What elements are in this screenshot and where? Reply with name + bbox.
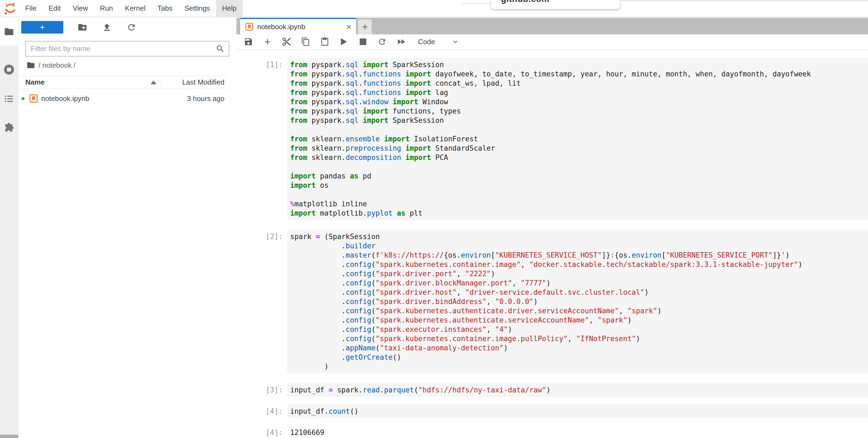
save-icon [244,37,253,47]
restart-run-all-button[interactable] [396,37,406,47]
save-button[interactable] [244,37,253,47]
folder-icon [4,27,14,37]
stop-icon [360,38,366,45]
output-area: 12106669 [287,426,868,438]
new-tab-button[interactable]: + [358,19,372,34]
file-browser-panel: + / notebook / Name [18,18,237,435]
breadcrumb-path: / notebook / [38,61,75,69]
menu-items: FileEditViewRunKernelTabsSettingsHelp [19,0,243,17]
file-list-header: Name Last Modified [18,76,229,89]
dock-tab-bar: notebook.ipynb × + [237,18,868,34]
popup-url-text: github.com [501,0,549,4]
input-prompt: [2]: [237,230,287,241]
add-cell-button[interactable]: + [262,37,272,47]
activity-bar [0,18,18,438]
new-folder-button[interactable] [77,22,88,33]
notebook-content: [1]:from pyspark.sql import SparkSession… [237,50,868,438]
statusbar-stub [0,435,18,438]
file-modified: 3 hours ago [187,94,229,103]
table-of-contents-icon [4,94,14,104]
code-cell-3: [4]:input_df.count() [237,404,868,418]
code-editor[interactable]: input_df.count() [287,404,868,418]
menu-item-run[interactable]: Run [94,0,119,17]
paste-cells-button[interactable] [320,37,330,47]
code-cell-1: [2]:spark = (SparkSession .builder .mast… [237,230,868,373]
paste-icon [320,37,330,47]
browser-edge-line-2 [461,3,492,4]
code-cell-2: [3]:input_df = spark.read.parquet("hdfs:… [237,383,868,397]
run-cell-button[interactable] [339,37,349,47]
breadcrumb[interactable]: / notebook / [27,61,75,69]
refresh-icon [127,22,136,32]
menu-item-view[interactable]: View [67,0,94,17]
home-folder-icon [27,61,35,69]
copy-cells-button[interactable] [301,37,311,47]
extension-puzzle-icon [4,122,14,133]
upload-icon [102,22,112,32]
sidebar-tab-extensions[interactable] [4,122,14,133]
chevron-down-icon[interactable] [451,38,460,46]
filter-files-input[interactable] [26,45,216,53]
interrupt-kernel-button[interactable] [358,37,368,47]
restart-kernel-button[interactable] [377,37,387,47]
upload-button[interactable] [101,22,112,33]
input-prompt: [1]: [237,58,287,69]
notebook-cells: [1]:from pyspark.sql import SparkSession… [237,58,868,438]
notebook-toolbar: + Code [237,34,868,50]
input-prompt: [3]: [237,383,287,395]
notebook-file-icon [29,94,38,103]
filter-files-box [25,41,229,57]
column-header-modified[interactable]: Last Modified [161,78,229,87]
jupyter-logo-icon [4,2,17,15]
new-folder-icon [78,22,87,32]
cut-cells-button[interactable] [282,37,291,47]
output-prompt: [4]: [237,426,287,437]
restart-icon [377,37,387,47]
sidebar-tab-toc[interactable] [4,94,14,104]
refresh-button[interactable] [126,22,137,33]
run-icon [341,38,347,45]
code-editor[interactable]: from pyspark.sql import SparkSessionfrom… [287,58,868,220]
browser-url-popup: github.com [491,0,620,9]
main-dock-panel: notebook.ipynb × + + [237,18,868,438]
new-launcher-button[interactable]: + [21,21,63,34]
menu-item-tabs[interactable]: Tabs [151,0,178,17]
menu-item-edit[interactable]: Edit [42,0,67,17]
sidebar-tab-running[interactable] [3,64,15,76]
menu-item-file[interactable]: File [19,0,42,17]
menu-item-kernel[interactable]: Kernel [119,0,151,17]
kernel-running-dot [22,97,25,100]
tab-close-icon[interactable]: × [346,23,351,31]
fast-forward-icon [396,37,406,47]
file-browser-toolbar: + [21,21,137,34]
cut-icon [282,37,291,47]
column-name-label: Name [25,78,45,87]
notebook-tab-icon [245,23,253,31]
running-kernels-icon [3,64,15,76]
menu-bar: FileEditViewRunKernelTabsSettingsHelp [0,0,868,17]
code-editor[interactable]: spark = (SparkSession .builder .master(f… [287,230,868,373]
column-header-name[interactable]: Name [18,76,161,88]
search-icon [216,44,225,54]
tab-notebook[interactable]: notebook.ipynb × [240,18,356,34]
code-editor[interactable]: input_df = spark.read.parquet("hdfs://hd… [287,383,868,397]
sort-ascending-icon [151,81,157,84]
menu-item-settings[interactable]: Settings [178,0,216,17]
code-cell-0: [1]:from pyspark.sql import SparkSession… [237,58,868,220]
input-prompt: [4]: [237,404,287,416]
sidebar-tab-filebrowser[interactable] [0,18,18,46]
cell-type-dropdown[interactable]: Code [418,38,435,46]
file-list-item[interactable]: notebook.ipynb 3 hours ago [18,92,229,105]
menu-item-help[interactable]: Help [216,0,242,17]
tab-label: notebook.ipynb [257,23,305,31]
copy-icon [301,37,310,47]
output-cell-4: [4]:12106669 [237,426,868,438]
file-name: notebook.ipynb [41,94,89,103]
browser-edge-line [619,0,868,1]
